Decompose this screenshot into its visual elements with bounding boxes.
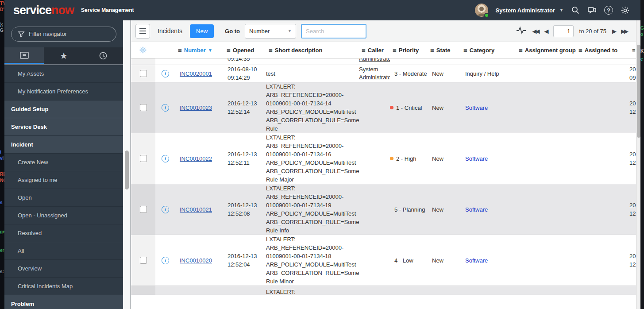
tab-favorites[interactable]: ★ bbox=[44, 47, 83, 64]
new-incident-button[interactable]: New bbox=[190, 24, 214, 38]
previous-page-button[interactable]: ◀ bbox=[544, 28, 548, 35]
sidebar-item-resolved[interactable]: Resolved bbox=[4, 224, 123, 242]
record-preview-icon[interactable]: i bbox=[162, 257, 169, 264]
sidebar-item-guided-setup[interactable]: Guided Setup bbox=[4, 100, 123, 118]
sidebar-item-service-desk[interactable]: Service Desk bbox=[4, 118, 123, 136]
assignment-group-cell bbox=[516, 235, 576, 286]
logo-service-text: service bbox=[13, 4, 51, 17]
tab-history[interactable] bbox=[84, 47, 123, 64]
column-header-state[interactable]: ≡State bbox=[428, 46, 461, 54]
category-cell[interactable]: Software bbox=[465, 155, 488, 162]
list-personalize-cell bbox=[131, 46, 175, 54]
caller-link[interactable]: System Administrator bbox=[359, 66, 390, 81]
column-menu-icon[interactable]: ≡ bbox=[578, 46, 582, 54]
partially-visible-row-top: 09:14:35 Administrator bbox=[131, 58, 636, 65]
background-text-fragment: TY bbox=[0, 1, 4, 6]
incident-number-link[interactable]: INC0010020 bbox=[180, 257, 212, 264]
incident-number-link[interactable]: INC0010022 bbox=[180, 155, 212, 162]
column-menu-icon[interactable]: ≡ bbox=[178, 46, 182, 54]
user-avatar[interactable] bbox=[475, 4, 488, 17]
sidebar-scrollbar-thumb[interactable] bbox=[125, 151, 129, 189]
background-text-fragment: o bbox=[640, 32, 643, 37]
global-search-icon[interactable] bbox=[571, 5, 580, 15]
list-scrollbar[interactable] bbox=[636, 20, 640, 309]
servicenow-logo[interactable]: servicenow bbox=[13, 4, 74, 16]
sidebar-item-all[interactable]: All bbox=[4, 242, 123, 260]
column-menu-icon[interactable]: ≡ bbox=[269, 46, 273, 54]
row-checkbox[interactable] bbox=[140, 70, 147, 77]
sidebar-item-my-notification-preferences[interactable]: My Notification Preferences bbox=[4, 83, 123, 100]
sidebar-item-critical-incidents-map[interactable]: Critical Incidents Map bbox=[4, 278, 123, 295]
last-page-button[interactable]: ▶▶ bbox=[621, 28, 627, 35]
sidebar-item-open-unassigned[interactable]: Open - Unassigned bbox=[4, 207, 123, 224]
sidebar-item-assigned-to-me[interactable]: Assigned to me bbox=[4, 171, 123, 189]
column-menu-icon[interactable]: ≡ bbox=[519, 46, 523, 54]
sidebar-scrollbar[interactable] bbox=[123, 20, 131, 309]
column-menu-icon[interactable]: ≡ bbox=[430, 46, 434, 54]
column-menu-icon[interactable]: ≡ bbox=[463, 46, 467, 54]
row-checkbox[interactable] bbox=[140, 257, 147, 264]
sidebar-item-incident[interactable]: Incident bbox=[4, 136, 123, 154]
row-checkbox[interactable] bbox=[140, 104, 147, 111]
user-menu-caret-icon[interactable]: ▼ bbox=[559, 8, 563, 12]
incident-number-link[interactable]: INC0010021 bbox=[180, 206, 212, 213]
personalize-gear-icon[interactable] bbox=[139, 46, 147, 54]
clipped-caller-link[interactable]: Administrator bbox=[359, 58, 390, 62]
record-preview-icon[interactable]: i bbox=[162, 70, 169, 77]
list-search-input[interactable] bbox=[301, 24, 366, 39]
filter-navigator-wrap bbox=[4, 20, 123, 47]
sidebar-item-create-new[interactable]: Create New bbox=[4, 154, 123, 171]
row-checkbox[interactable] bbox=[140, 206, 147, 213]
column-header-opened[interactable]: ≡Opened bbox=[224, 46, 266, 54]
category-cell[interactable]: Software bbox=[465, 206, 488, 213]
row-checkbox[interactable] bbox=[140, 155, 147, 162]
filter-navigator-field[interactable] bbox=[11, 27, 116, 42]
assignment-group-cell bbox=[516, 65, 576, 82]
column-header-short-description[interactable]: ≡Short description bbox=[266, 46, 359, 54]
column-header-assigned-to[interactable]: ≡Assigned to bbox=[576, 46, 629, 54]
clipped-opened-text: 09:14:35 bbox=[228, 58, 250, 62]
list-scrollbar-thumb[interactable] bbox=[637, 45, 640, 138]
record-preview-icon[interactable]: i bbox=[162, 104, 169, 112]
sidebar-item-overview[interactable]: Overview bbox=[4, 260, 123, 278]
background-text-fragment: er bbox=[0, 248, 4, 253]
list-context-menu-button[interactable] bbox=[135, 24, 150, 39]
clipped-updated-cell: 20 12 bbox=[629, 82, 636, 133]
first-page-button[interactable]: ◀◀ bbox=[532, 28, 539, 35]
list-activity-icon[interactable] bbox=[516, 26, 527, 36]
column-header-number[interactable]: ≡Number▼ bbox=[175, 46, 224, 54]
column-menu-icon[interactable]: ≡ bbox=[227, 46, 231, 54]
sidebar-item-open[interactable]: Open bbox=[4, 189, 123, 207]
settings-gear-icon[interactable] bbox=[620, 5, 630, 15]
state-cell: New bbox=[428, 184, 461, 235]
state-cell: New bbox=[428, 82, 461, 133]
column-menu-icon[interactable]: ≡ bbox=[362, 46, 366, 54]
tab-all-applications[interactable] bbox=[4, 47, 44, 64]
column-menu-icon[interactable]: ≡ bbox=[393, 46, 397, 54]
page-number-input[interactable] bbox=[553, 25, 574, 37]
column-header-assignment-group[interactable]: ≡Assignment group bbox=[516, 46, 576, 54]
category-cell[interactable]: Software bbox=[465, 104, 488, 111]
column-header-clipped[interactable]: ≡ bbox=[629, 47, 636, 54]
background-text-fragment: ge bbox=[0, 229, 4, 234]
record-preview-icon[interactable]: i bbox=[162, 206, 169, 213]
incident-number-link[interactable]: INC0020001 bbox=[180, 70, 212, 77]
background-text-fragment: s bbox=[0, 200, 3, 205]
product-title: Service Management bbox=[81, 7, 134, 13]
incident-row: i INC0010020 2016-12-13 12:52:04 LXTALER… bbox=[131, 235, 636, 286]
column-header-priority[interactable]: ≡Priority bbox=[390, 46, 428, 54]
user-menu[interactable]: System Administrator bbox=[495, 7, 555, 14]
incident-number-link[interactable]: INC0010023 bbox=[180, 104, 212, 111]
goto-field-select[interactable]: Number ▼ bbox=[245, 24, 296, 39]
filter-navigator-input[interactable] bbox=[29, 31, 110, 37]
next-page-button[interactable]: ▶ bbox=[612, 28, 615, 35]
help-icon[interactable]: ? bbox=[604, 6, 613, 15]
column-header-caller[interactable]: ≡Caller bbox=[359, 46, 390, 54]
category-cell[interactable]: Software bbox=[465, 257, 488, 264]
record-preview-icon[interactable]: i bbox=[162, 155, 169, 162]
chat-icon[interactable] bbox=[587, 5, 597, 15]
column-header-category[interactable]: ≡Category bbox=[461, 46, 516, 54]
priority-dot bbox=[390, 157, 393, 160]
sidebar-item-my-assets[interactable]: My Assets bbox=[4, 65, 123, 83]
sidebar-item-problem[interactable]: Problem bbox=[4, 295, 123, 309]
